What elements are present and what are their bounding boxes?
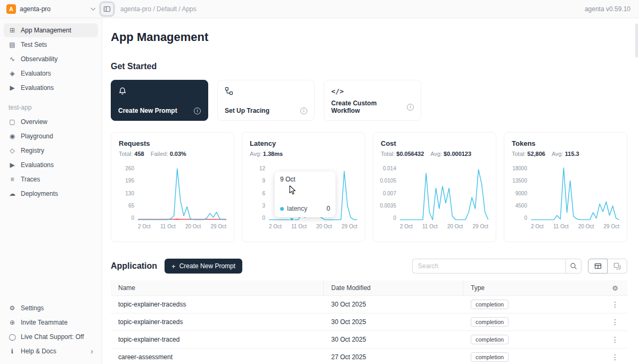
applications-table: Name Date Modified Type ⚙ topic-explaine…: [111, 280, 627, 364]
row-actions-button[interactable]: ⋮: [603, 353, 627, 361]
sidebar-item-project-evaluations[interactable]: ▶ Evaluations: [4, 158, 98, 172]
stat-card-tokens: Tokens Total:52,806Avg:115.3 18000135009…: [504, 132, 627, 242]
chart-wrap: 1800013500900045000 2 Oct11 Oct20 Oct29 …: [512, 166, 619, 229]
sidebar-item-playground[interactable]: ◉ Playground: [4, 129, 98, 143]
x-axis-tick: 2 Oct: [531, 224, 544, 229]
x-axis: 2 Oct11 Oct20 Oct29 Oct: [531, 224, 619, 229]
info-icon[interactable]: i: [407, 104, 414, 111]
create-new-prompt-button[interactable]: + Create New Prompt: [165, 259, 242, 274]
stat-title: Tokens: [512, 139, 619, 147]
x-axis-tick: 29 Oct: [604, 224, 619, 229]
app-name: topic-explainer-traced: [111, 336, 324, 343]
search-input[interactable]: [412, 259, 566, 274]
sidebar-item-label: Live Chat Support: Off: [21, 333, 84, 341]
stat-meta: Avg:115.3: [552, 151, 579, 157]
tooltip-date: 9 Oct: [280, 176, 330, 183]
table-settings-gear-icon[interactable]: ⚙: [603, 280, 627, 295]
traces-icon: ≡: [9, 176, 16, 183]
y-axis-tick: 9000: [515, 191, 527, 196]
table-row[interactable]: topic-explainer-traced 30 Oct 2025 compl…: [111, 331, 627, 349]
date-modified: 30 Oct 2025: [324, 301, 463, 308]
type-badge: completion: [471, 335, 509, 344]
workspace-avatar: A: [6, 4, 16, 14]
sidebar-item-label: Playground: [21, 133, 53, 140]
y-axis-tick: 0: [393, 215, 396, 221]
chart-wrap: 0.0140.01050.0070.00350 2 Oct11 Oct20 Oc…: [381, 166, 488, 229]
column-name[interactable]: Name: [111, 280, 324, 295]
application-header: Application + Create New Prompt: [111, 259, 627, 274]
line-chart: [400, 166, 488, 221]
scrollbar-thumb[interactable]: [635, 23, 638, 57]
info-icon[interactable]: i: [300, 107, 307, 114]
table-row[interactable]: topic-explainer-tracedss 30 Oct 2025 com…: [111, 296, 627, 313]
y-axis-tick: 260: [125, 166, 134, 171]
sidebar-item-evaluators[interactable]: ◈ Evaluators: [4, 67, 98, 80]
card-view-button[interactable]: [608, 259, 627, 274]
sidebar-item-label: Deployments: [21, 190, 58, 197]
stat-meta: Avg:1.38ms: [250, 151, 283, 157]
x-axis-tick: 11 Oct: [422, 224, 438, 229]
sidebar-item-label: Overview: [21, 118, 47, 126]
y-axis-tick: 0: [524, 215, 527, 221]
row-actions-button[interactable]: ⋮: [603, 318, 627, 326]
sidebar-toggle-button[interactable]: [100, 2, 114, 16]
x-axis-tick: 20 Oct: [578, 224, 594, 229]
y-axis-tick: 65: [128, 203, 134, 209]
workspace-switcher[interactable]: A agenta-pro: [6, 4, 96, 14]
breadcrumb[interactable]: agenta-pro / Default / Apps: [120, 5, 196, 13]
sidebar-item-test-sets[interactable]: ▤ Test Sets: [4, 38, 98, 52]
sidebar-item-registry[interactable]: ◇ Registry: [4, 144, 98, 158]
test-sets-icon: ▤: [9, 41, 16, 48]
stat-meta: Failed:0.03%: [151, 151, 186, 157]
sidebar-item-app-management[interactable]: ⊞ App Management: [4, 23, 98, 37]
sidebar: ⊞ App Management ▤ Test Sets ∿ Observabi…: [0, 18, 102, 364]
sidebar-item-live-chat-support[interactable]: ◯ Live Chat Support: Off: [4, 330, 98, 344]
info-icon[interactable]: i: [194, 107, 201, 114]
row-actions-button[interactable]: ⋮: [603, 300, 627, 309]
x-axis-tick: 11 Oct: [291, 224, 307, 229]
sidebar-item-help-docs[interactable]: ℹ Help & Docs ›: [4, 344, 98, 358]
sidebar-item-evaluations[interactable]: ▶ Evaluations: [4, 81, 98, 95]
line-chart: [531, 166, 619, 221]
sidebar-main-nav: ⊞ App Management ▤ Test Sets ∿ Observabi…: [4, 23, 98, 95]
overview-icon: ▢: [9, 118, 16, 126]
chart-wrap: 260195130650 2 Oct11 Oct20 Oct29 Oct: [119, 166, 226, 229]
create-button-label: Create New Prompt: [179, 262, 235, 270]
card-label: Create New Prompt: [118, 107, 177, 114]
sidebar-item-settings[interactable]: ⚙ Settings: [4, 301, 98, 315]
table-row[interactable]: topic-explainer-traceds 30 Oct 2025 comp…: [111, 313, 627, 331]
get-started-heading: Get Started: [111, 62, 627, 71]
chevron-down-icon: [91, 7, 96, 11]
sidebar-item-label: Evaluators: [21, 70, 51, 77]
sidebar-item-observability[interactable]: ∿ Observability: [4, 52, 98, 66]
search-button[interactable]: [566, 259, 581, 274]
table-row[interactable]: career-assessment 27 Oct 2025 completion…: [111, 349, 627, 364]
line-chart: [138, 166, 226, 221]
set-up-tracing-card[interactable]: Set Up Tracing i: [217, 80, 315, 121]
create-new-prompt-card[interactable]: Create New Prompt i: [111, 80, 208, 121]
sidebar-item-overview[interactable]: ▢ Overview: [4, 115, 98, 129]
create-custom-workflow-card[interactable]: </> Create Custom Workflow i: [324, 80, 421, 121]
sidebar-item-label: Evaluations: [21, 161, 54, 169]
workspace-name: agenta-pro: [20, 5, 51, 13]
x-axis-tick: 29 Oct: [342, 224, 357, 229]
y-axis-tick: 0: [131, 215, 134, 221]
y-axis-tick: 0.007: [383, 191, 396, 196]
prompt-bell-icon: [118, 86, 201, 96]
stat-card-requests: Requests Total:458Failed:0.03% 260195130…: [111, 132, 234, 242]
stat-meta-row: Total:458Failed:0.03%: [119, 151, 226, 157]
column-type[interactable]: Type: [463, 280, 603, 295]
sidebar-item-traces[interactable]: ≡ Traces: [4, 172, 98, 186]
x-axis-tick: 20 Oct: [185, 224, 201, 229]
sidebar-item-deployments[interactable]: ☁ Deployments: [4, 187, 98, 201]
sidebar-item-invite-teammate[interactable]: ⊕ Invite Teammate: [4, 316, 98, 329]
table-view-button[interactable]: [588, 259, 608, 274]
row-actions-button[interactable]: ⋮: [603, 335, 627, 344]
observability-icon: ∿: [9, 55, 16, 63]
plus-icon: +: [171, 263, 176, 270]
column-date-modified[interactable]: Date Modified: [324, 280, 463, 295]
app-name: topic-explainer-tracedss: [111, 301, 324, 308]
app-name: career-assessment: [111, 353, 324, 361]
table-body: topic-explainer-tracedss 30 Oct 2025 com…: [111, 296, 627, 364]
app-name: topic-explainer-traceds: [111, 318, 324, 326]
